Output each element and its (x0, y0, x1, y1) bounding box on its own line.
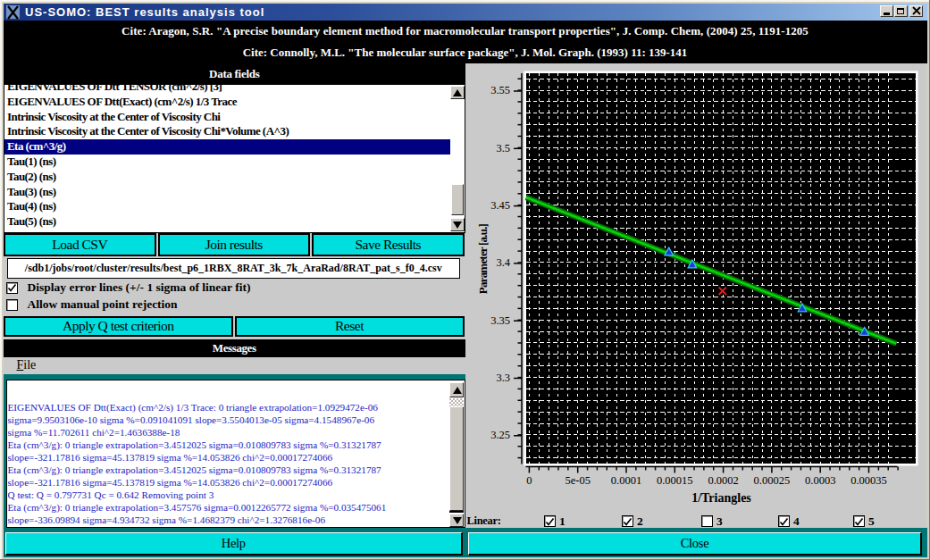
svg-text:0: 0 (526, 474, 532, 487)
svg-text:5e-05: 5e-05 (565, 474, 590, 487)
svg-text:0.00015: 0.00015 (657, 474, 693, 487)
svg-text:Parameter [a.u.]: Parameter [a.u.] (476, 223, 490, 294)
svg-text:3.55: 3.55 (490, 84, 510, 96)
svg-text:3.35: 3.35 (490, 314, 510, 327)
svg-text:0.0002: 0.0002 (708, 474, 738, 487)
svg-text:1/Triangles: 1/Triangles (691, 491, 751, 505)
svg-text:3.5: 3.5 (496, 142, 510, 155)
svg-text:3.4: 3.4 (496, 256, 510, 269)
svg-text:0.00035: 0.00035 (850, 474, 887, 487)
svg-text:3.3: 3.3 (496, 372, 510, 384)
svg-text:0.0001: 0.0001 (611, 474, 641, 487)
svg-text:0.00025: 0.00025 (754, 474, 791, 487)
svg-text:3.45: 3.45 (490, 199, 510, 212)
svg-text:0.0003: 0.0003 (805, 474, 835, 487)
svg-text:3.25: 3.25 (490, 429, 510, 441)
